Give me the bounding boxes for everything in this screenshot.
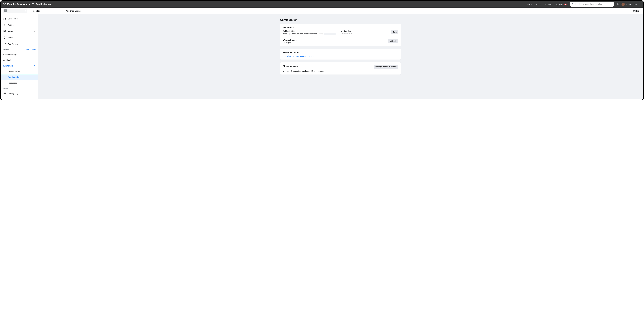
sidebar-item-label: Resources (8, 82, 17, 84)
sidebar-item-label: App Review (8, 43, 18, 45)
help-label: Help (636, 10, 640, 12)
nav-my-apps-label[interactable]: My Apps (556, 3, 563, 5)
help-icon (632, 10, 635, 12)
nav-my-apps[interactable]: My Apps 2 (556, 3, 566, 5)
sidebar-item-alerts[interactable]: Alerts ⌄ (1, 34, 38, 41)
my-apps-badge: 2 (564, 3, 566, 5)
permanent-token-card: Permanent token Learn how to create a pe… (280, 49, 401, 60)
chevron-down-icon: ⌄ (34, 36, 36, 39)
sidebar-item-label: Getting Started (8, 70, 20, 72)
verify-token-value: •••••••••••••••••• (341, 33, 386, 35)
gear-icon (3, 23, 6, 26)
content-title: Configuration (280, 18, 401, 21)
chevron-up-icon: ⌃ (34, 65, 36, 67)
sidebar-item-label: WhatsApp (3, 65, 13, 67)
page-title: App Dashboard (36, 3, 52, 5)
app-type-label: App type: (66, 10, 74, 12)
webhook-fields-label: Webhook fields (283, 39, 296, 41)
user-name: Sojan V Jose (626, 3, 637, 5)
nav-docs[interactable]: Docs (527, 3, 532, 5)
sidebar-item-activity-log[interactable]: Activity Log (1, 90, 38, 97)
user-menu[interactable]: Sojan V Jose ▾ (622, 3, 640, 6)
hamburger-menu-icon[interactable] (32, 3, 34, 5)
svg-point-2 (4, 24, 5, 25)
chevron-down-icon: ⌄ (34, 30, 36, 32)
manage-phone-numbers-button[interactable]: Manage phone numbers (374, 65, 398, 69)
brand-logo[interactable]: Meta for Developers (3, 3, 30, 6)
chevron-down-icon: ⌄ (34, 24, 36, 26)
list-icon (3, 92, 6, 95)
sidebar-item-label: Roles (8, 30, 13, 32)
webhook-fields-value: messages (283, 41, 296, 44)
sidebar-item-wa-configuration[interactable]: Configuration (0, 74, 38, 80)
notifications-icon[interactable] (616, 3, 619, 6)
sidebar-item-label: Facebook Login (3, 53, 17, 56)
help-button[interactable]: Help (631, 9, 641, 13)
products-label: Products (3, 49, 10, 51)
nav-tools[interactable]: Tools (536, 3, 540, 5)
webhook-card: Webhook i Callback URL https://app.chatw… (280, 24, 401, 46)
sidebar-item-label: Webhooks (3, 59, 12, 61)
sidebar-item-label: Settings (8, 24, 15, 26)
brand-text: Meta for Developers (7, 3, 30, 6)
sidebar-item-settings[interactable]: Settings ⌄ (1, 22, 38, 28)
activity-log-label: Activity Log (3, 87, 12, 89)
sidebar-item-roles[interactable]: Roles ⌄ (1, 28, 38, 34)
meta-logo-icon (3, 3, 6, 6)
chevron-down-icon: ⌄ (34, 43, 36, 45)
nav-support[interactable]: Support (545, 3, 552, 5)
phone-numbers-card: Phone numbers Manage phone numbers You h… (280, 62, 401, 75)
add-product-link[interactable]: Add Product (26, 49, 36, 51)
callback-url-label: Callback URL (283, 30, 336, 32)
search-box[interactable] (570, 2, 614, 6)
avatar (622, 3, 625, 6)
sidebar-item-wa-resources[interactable]: Resources (1, 80, 38, 86)
verify-token-label: Verify token (341, 30, 386, 32)
search-icon (572, 3, 574, 5)
sidebar-item-dashboard[interactable]: Dashboard (1, 15, 38, 22)
phone-numbers-text: You have 1 production number and 1 test … (283, 70, 398, 72)
sidebar-item-whatsapp[interactable]: WhatsApp ⌃ (1, 63, 38, 69)
sidebar-item-label: Alerts (8, 36, 13, 39)
edit-button[interactable]: Edit (391, 30, 398, 34)
sidebar-item-label: Activity Log (8, 92, 18, 95)
app-icon: ⚛ (4, 9, 7, 12)
sidebar-item-label: Configuration (8, 76, 20, 78)
app-type-value: Business (75, 10, 82, 12)
callback-url-value: https://app.chatwoot.com/webhooks/whatsa… (283, 33, 323, 35)
sidebar-item-wa-getting-started[interactable]: Getting Started (1, 69, 38, 74)
sidebar-item-facebook-login[interactable]: Facebook Login ⌄ (1, 52, 38, 57)
sidebar-item-webhooks[interactable]: Webhooks (1, 57, 38, 63)
app-id-field: App ID: (33, 10, 40, 12)
permanent-token-title: Permanent token (283, 51, 398, 53)
app-id-label: App ID: (33, 10, 40, 12)
permanent-token-link[interactable]: Learn how to create a permanent token (283, 55, 315, 57)
sidebar-item-app-review[interactable]: App Review ⌄ (1, 41, 38, 47)
svg-point-4 (4, 31, 5, 31)
webhook-title: Webhook (283, 26, 292, 28)
app-selector[interactable]: ⚛ ▾ (3, 9, 27, 13)
home-icon (3, 17, 6, 20)
roles-icon (3, 30, 6, 33)
caret-down-icon: ▾ (25, 10, 26, 12)
info-icon[interactable]: i (292, 26, 294, 28)
sidebar-item-label: Dashboard (8, 18, 18, 20)
shield-check-icon (3, 42, 6, 45)
bell-icon (3, 36, 6, 39)
search-input[interactable] (575, 3, 612, 5)
phone-numbers-title: Phone numbers (283, 65, 298, 67)
callback-url-masked-suffix (324, 33, 336, 35)
app-type-field: App type: Business (66, 10, 82, 12)
manage-button[interactable]: Manage (388, 39, 398, 43)
chevron-down-icon: ⌄ (34, 53, 36, 56)
caret-down-icon: ▾ (640, 3, 640, 5)
